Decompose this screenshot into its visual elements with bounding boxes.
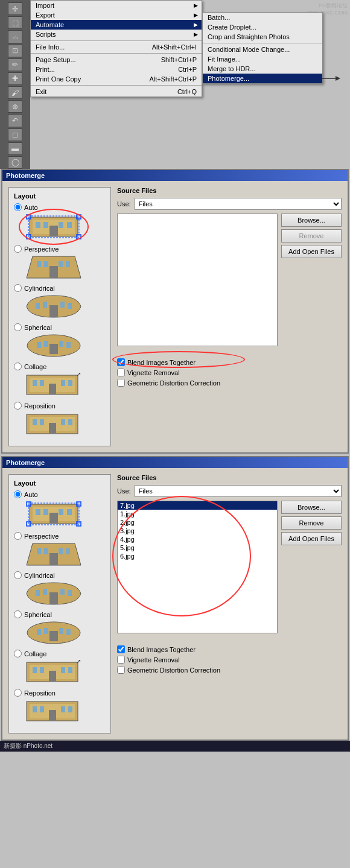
layout-reposition-2[interactable]: Reposition — [14, 689, 106, 697]
checkbox-blend-1[interactable]: Blend Images Together — [117, 358, 342, 366]
geometric-label-1: Geometric Distortion Correction — [127, 379, 220, 387]
layout-collage-radio-1[interactable] — [14, 363, 22, 370]
use-select-1[interactable]: Files — [135, 198, 342, 210]
submenu-batch[interactable]: Batch... — [203, 13, 322, 22]
layout-spherical-radio-1[interactable] — [14, 323, 22, 331]
layout-spherical-radio-2[interactable] — [14, 610, 22, 618]
vignette-checkbox-1[interactable] — [117, 369, 125, 376]
checkbox-vignette-2[interactable]: Vignette Removal — [117, 656, 342, 664]
menu-automate[interactable]: Automate — [31, 20, 202, 30]
tool-history[interactable]: ↶ — [8, 114, 22, 127]
submenu-droplet[interactable]: Create Droplet... — [203, 22, 322, 32]
tool-stamp[interactable]: ⊕ — [8, 100, 22, 113]
add-open-files-button-2[interactable]: Add Open Files — [281, 532, 342, 545]
layout-auto-radio-1[interactable] — [14, 203, 22, 211]
geometric-checkbox-1[interactable] — [117, 379, 125, 387]
layout-reposition-1[interactable]: Reposition — [14, 402, 106, 410]
layout-cylindrical-2[interactable]: Cylindrical — [14, 571, 106, 579]
tool-select[interactable]: ⬚ — [8, 16, 22, 29]
checkbox-blend-2[interactable]: Blend Images Together — [117, 645, 342, 653]
checkbox-vignette-1[interactable]: Vignette Removal — [117, 369, 342, 376]
menu-import[interactable]: Import — [31, 1, 202, 10]
layout-reposition-radio-1[interactable] — [14, 402, 22, 410]
svg-text:↗: ↗ — [76, 372, 81, 378]
file-item-4jpg[interactable]: 4.jpg — [118, 535, 277, 543]
checkbox-geometric-1[interactable]: Geometric Distortion Correction — [117, 379, 342, 387]
geometric-checkbox-2[interactable] — [117, 666, 125, 674]
submenu-conditionalmode[interactable]: Conditional Mode Change... — [203, 45, 322, 54]
layout-collage-radio-2[interactable] — [14, 650, 22, 657]
svg-rect-60 — [44, 548, 48, 554]
tool-dodge[interactable]: ◯ — [8, 156, 22, 169]
layout-perspective-radio-1[interactable] — [14, 245, 22, 253]
file-item-5jpg[interactable]: 5.jpg — [118, 543, 277, 552]
layout-perspective-1[interactable]: Perspective — [14, 245, 106, 253]
layout-reposition-label-2: Reposition — [24, 689, 56, 697]
primary-menu: Import Export Automate Scripts File Info… — [30, 0, 202, 97]
layout-cylindrical-radio-1[interactable] — [14, 284, 22, 292]
layout-collage-2[interactable]: Collage — [14, 650, 106, 657]
svg-rect-79 — [61, 667, 65, 673]
tool-crop[interactable]: ⊡ — [8, 45, 22, 57]
layout-cylindrical-1[interactable]: Cylindrical — [14, 284, 106, 292]
blend-checkbox-1[interactable] — [117, 358, 125, 366]
svg-rect-18 — [66, 261, 70, 267]
browse-button-2[interactable]: Browse... — [281, 501, 342, 514]
layout-collage-1[interactable]: Collage — [14, 363, 106, 370]
menu-fileinfo[interactable]: File Info... Alt+Shift+Ctrl+I — [31, 42, 202, 52]
remove-button-1[interactable]: Remove — [281, 229, 342, 242]
svg-rect-24 — [49, 305, 58, 317]
source-panel-2: Source Files Use: Files 7.jpg 1.jpg 2.jp… — [117, 474, 342, 733]
tool-lasso[interactable]: ⌓ — [8, 30, 22, 43]
tool-move[interactable]: ✢ — [8, 2, 22, 15]
vignette-checkbox-2[interactable] — [117, 656, 125, 664]
menu-print[interactable]: Print... Ctrl+P — [31, 65, 202, 74]
file-item-1jpg[interactable]: 1.jpg — [118, 510, 277, 518]
svg-rect-26 — [37, 342, 41, 348]
file-list-2[interactable]: 7.jpg 1.jpg 2.jpg 3.jpg 4.jpg 5.jpg 6.jp… — [117, 501, 278, 633]
submenu-fitimage[interactable]: Fit Image... — [203, 54, 322, 64]
menu-scripts[interactable]: Scripts — [31, 30, 202, 39]
layout-reposition-radio-2[interactable] — [14, 689, 22, 697]
remove-button-2[interactable]: Remove — [281, 516, 342, 530]
menu-divider-2 — [31, 53, 202, 54]
use-select-2[interactable]: Files — [135, 485, 342, 497]
blend-checkbox-2[interactable] — [117, 645, 125, 653]
tool-brush[interactable]: 🖌 — [8, 86, 22, 99]
tool-eraser[interactable]: ◻ — [8, 128, 22, 141]
tool-gradient[interactable]: ▬ — [8, 142, 22, 155]
submenu-mergehdr[interactable]: Merge to HDR... — [203, 64, 322, 74]
layout-auto-1[interactable]: Auto — [14, 203, 106, 211]
file-item-3jpg[interactable]: 3.jpg — [118, 527, 277, 535]
tool-heal[interactable]: ✚ — [8, 72, 22, 85]
tool-eyedrop[interactable]: ✏ — [8, 59, 22, 71]
svg-rect-20 — [36, 303, 40, 309]
layout-cylindrical-radio-2[interactable] — [14, 571, 22, 579]
menu-export[interactable]: Export — [31, 10, 202, 20]
svg-rect-89 — [49, 710, 56, 721]
menu-divider-3 — [31, 85, 202, 86]
file-item-7jpg[interactable]: 7.jpg — [118, 501, 277, 510]
add-open-files-button-1[interactable]: Add Open Files — [281, 245, 342, 258]
layout-auto-2[interactable]: Auto — [14, 490, 106, 498]
layout-spherical-1[interactable]: Spherical — [14, 323, 106, 331]
file-item-6jpg[interactable]: 6.jpg — [118, 552, 277, 560]
file-list-1[interactable] — [117, 214, 278, 346]
svg-rect-7 — [67, 222, 72, 228]
svg-rect-62 — [66, 548, 70, 554]
photomerge-dialog-2: Photomerge Layout Auto — [1, 456, 349, 741]
checkbox-geometric-2[interactable]: Geometric Distortion Correction — [117, 666, 342, 674]
submenu-cropstraighten[interactable]: Crop and Straighten Photos — [203, 32, 322, 42]
file-list-container-2: 7.jpg 1.jpg 2.jpg 3.jpg 4.jpg 5.jpg 6.jp… — [117, 501, 278, 637]
layout-cylindrical-label-1: Cylindrical — [24, 285, 55, 292]
menu-printonecopy[interactable]: Print One Copy Alt+Shift+Ctrl+P — [31, 74, 202, 84]
menu-exit[interactable]: Exit Ctrl+Q — [31, 87, 202, 97]
submenu-photomerge[interactable]: Photomerge... — [203, 74, 322, 83]
layout-perspective-2[interactable]: Perspective — [14, 532, 106, 540]
browse-button-1[interactable]: Browse... — [281, 214, 342, 227]
layout-perspective-radio-2[interactable] — [14, 532, 22, 540]
menu-pagesetup[interactable]: Page Setup... Shift+Ctrl+P — [31, 55, 202, 65]
layout-auto-radio-2[interactable] — [14, 490, 22, 498]
layout-spherical-2[interactable]: Spherical — [14, 610, 106, 618]
file-item-2jpg[interactable]: 2.jpg — [118, 518, 277, 527]
